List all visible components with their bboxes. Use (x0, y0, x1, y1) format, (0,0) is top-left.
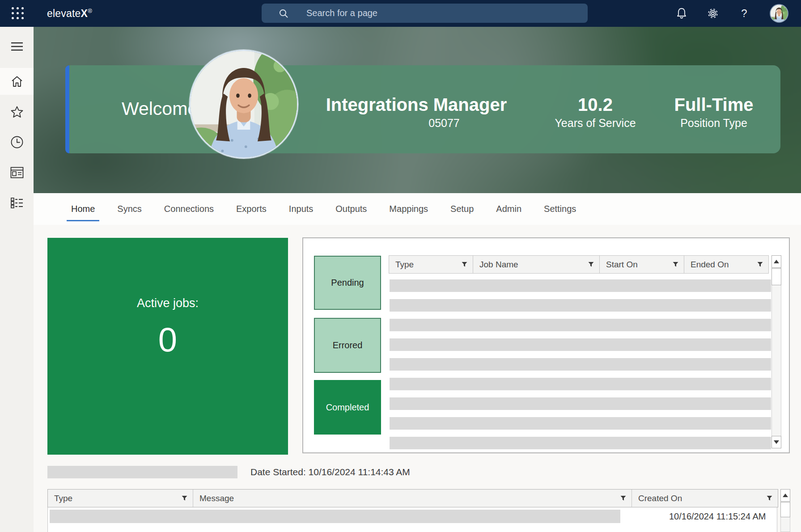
tab-settings[interactable]: Settings (544, 193, 576, 225)
filter-icon[interactable] (182, 495, 187, 501)
window-icon (10, 167, 24, 178)
filter-icon[interactable] (462, 262, 467, 267)
user-avatar[interactable] (770, 4, 788, 23)
filter-icon[interactable] (588, 262, 594, 267)
search-input[interactable] (306, 8, 588, 18)
active-jobs-label: Active jobs: (137, 296, 199, 310)
banner-accent-bar (65, 65, 69, 153)
messages-table-header: Type Message Created On (47, 489, 778, 507)
tab-connections[interactable]: Connections (164, 193, 214, 225)
sidebar-item-favorites[interactable] (0, 98, 34, 125)
hamburger-icon (11, 42, 23, 51)
position-type-label: Position Type (660, 117, 767, 130)
arrow-up-icon (774, 260, 779, 263)
table-row[interactable] (390, 319, 771, 331)
tab-syncs[interactable]: Syncs (117, 193, 141, 225)
messages-table-scrollbar[interactable] (780, 489, 790, 532)
scroll-up-button[interactable] (780, 489, 790, 502)
redacted-field (47, 466, 237, 478)
tab-setup[interactable]: Setup (450, 193, 474, 225)
clock-icon (10, 135, 24, 149)
scroll-up-button[interactable] (771, 255, 781, 268)
column-header-start-on[interactable]: Start On (600, 256, 684, 273)
sidebar-item-pages[interactable] (0, 159, 34, 186)
sidebar-item-recent[interactable] (0, 129, 34, 156)
sidebar-menu-toggle[interactable] (0, 33, 34, 60)
years-of-service-label: Years of Service (542, 117, 649, 130)
table-row[interactable] (390, 378, 771, 390)
settings-gear-icon[interactable] (707, 8, 719, 19)
messages-table-body: 10/16/2024 11:15:24 AM (47, 507, 777, 532)
tab-home[interactable]: Home (71, 193, 95, 225)
help-icon[interactable]: ? (738, 8, 750, 19)
welcome-banner: Welcome, Integrations Manager 05077 10.2… (65, 65, 780, 153)
tab-mappings[interactable]: Mappings (389, 193, 428, 225)
filter-icon[interactable] (620, 495, 626, 501)
table-row[interactable] (390, 437, 771, 449)
home-icon (11, 76, 23, 88)
table-row[interactable] (390, 279, 771, 292)
table-row[interactable] (390, 417, 771, 430)
left-sidebar (0, 27, 34, 532)
filter-errored-button[interactable]: Errored (314, 318, 381, 373)
created-on-cell: 10/16/2024 11:15:24 AM (669, 510, 776, 523)
sidebar-item-home[interactable] (0, 68, 34, 95)
date-started-label: Date Started: 10/16/2024 11:14:43 AM (250, 467, 410, 477)
checklist-icon (10, 197, 24, 209)
app-logo: elevateX® (47, 8, 92, 20)
table-row[interactable] (390, 338, 771, 351)
active-jobs-card: Active jobs: 0 (47, 238, 288, 455)
job-title: Integrations Manager (322, 95, 510, 115)
filter-pending-button[interactable]: Pending (314, 256, 381, 310)
profile-photo (189, 50, 298, 159)
search-icon (279, 8, 288, 18)
arrow-down-icon (774, 440, 779, 444)
column-header-message[interactable]: Message (193, 490, 632, 507)
sidebar-item-tasks[interactable] (0, 190, 34, 216)
tab-bar: HomeSyncsConnectionsExportsInputsOutputs… (34, 193, 801, 225)
hero-section: Welcome, Integrations Manager 05077 10.2… (34, 27, 801, 193)
filter-icon[interactable] (673, 262, 678, 267)
column-header-type[interactable]: Type (389, 256, 473, 273)
jobs-panel: Pending Errored Completed Type Job Name … (302, 237, 790, 453)
column-header-ended-on[interactable]: Ended On (684, 256, 768, 273)
notifications-bell-icon[interactable] (676, 8, 687, 19)
table-row[interactable] (390, 397, 771, 410)
tab-admin[interactable]: Admin (496, 193, 521, 225)
filter-icon[interactable] (767, 495, 772, 501)
main-content: Active jobs: 0 Pending Errored Completed… (34, 225, 801, 532)
table-row[interactable] (390, 358, 771, 371)
top-header: elevateX® (0, 0, 801, 27)
position-type-value: Full-Time (660, 95, 767, 115)
page-search (262, 4, 588, 23)
active-jobs-count: 0 (137, 320, 199, 359)
jobs-table-scrollbar[interactable] (771, 255, 781, 448)
column-header-type[interactable]: Type (48, 490, 193, 507)
filter-icon[interactable] (757, 262, 763, 267)
scroll-down-button[interactable] (771, 436, 781, 448)
table-row[interactable] (390, 299, 771, 312)
arrow-up-icon (783, 494, 788, 497)
star-icon (10, 106, 24, 118)
scroll-thumb[interactable] (771, 268, 781, 285)
filter-completed-button[interactable]: Completed (314, 380, 381, 435)
app-launcher-icon[interactable] (12, 7, 25, 20)
column-header-created-on[interactable]: Created On (632, 490, 778, 507)
jobs-table-header: Type Job Name Start On Ended On (389, 255, 769, 274)
table-row[interactable] (50, 510, 620, 523)
app-window: elevateX® (0, 0, 801, 532)
scroll-thumb[interactable] (780, 502, 790, 517)
employee-id: 05077 (350, 117, 538, 130)
column-header-job-name[interactable]: Job Name (473, 256, 600, 273)
tab-inputs[interactable]: Inputs (289, 193, 313, 225)
tab-exports[interactable]: Exports (236, 193, 267, 225)
tab-outputs[interactable]: Outputs (335, 193, 367, 225)
years-of-service-value: 10.2 (542, 95, 649, 115)
